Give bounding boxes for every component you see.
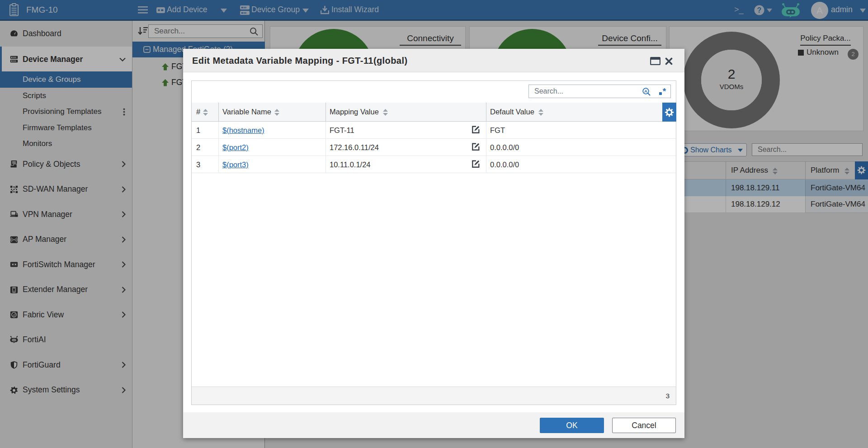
svg-text:*: *	[663, 88, 666, 96]
svg-text:A: A	[644, 89, 647, 94]
